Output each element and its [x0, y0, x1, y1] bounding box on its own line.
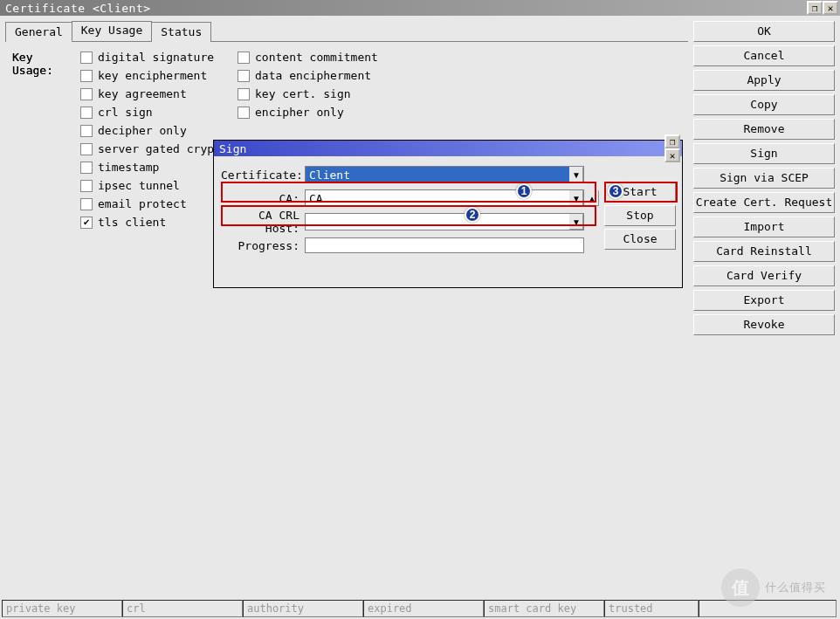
main-pane: General Key Usage Status Key Usage: digi…: [0, 16, 693, 619]
watermark-logo: 值: [721, 568, 760, 607]
chevron-down-icon[interactable]: ▼: [569, 214, 583, 230]
status-cell: smart card key: [484, 600, 604, 617]
remove-button[interactable]: Remove: [693, 119, 835, 140]
certificate-combo[interactable]: Client ▼: [305, 166, 584, 183]
certificate-label: Certificate:: [221, 169, 305, 182]
checkbox-icon[interactable]: [80, 52, 93, 64]
annotation-2: 2: [465, 207, 480, 223]
checkbox-label: data encipherment: [255, 69, 371, 82]
checkbox-icon[interactable]: [80, 143, 93, 155]
sign-via-scep-button[interactable]: Sign via SCEP: [693, 168, 835, 189]
status-cell: trusted: [604, 600, 699, 617]
stop-button[interactable]: Stop: [604, 205, 676, 226]
chevron-down-icon[interactable]: ▼: [569, 167, 583, 182]
sign-button[interactable]: Sign: [693, 143, 835, 164]
sign-restore-icon[interactable]: ❐: [664, 134, 680, 148]
checkbox-label: key agreement: [98, 87, 187, 100]
ca-combo[interactable]: CA ▼: [305, 189, 584, 207]
checkbox-label: digital signature: [98, 51, 214, 64]
restore-icon[interactable]: ❐: [807, 1, 823, 15]
checkbox-label: crl sign: [98, 106, 153, 119]
close-icon[interactable]: ✕: [823, 1, 838, 15]
checkbox-label: ipsec tunnel: [98, 179, 180, 192]
checkbox-icon[interactable]: ✔: [80, 217, 93, 229]
annotation-3: 3: [608, 183, 623, 199]
key-usage-checkbox[interactable]: key cert. sign: [238, 87, 412, 100]
key-usage-checkbox[interactable]: content commitment: [238, 51, 412, 64]
checkbox-icon[interactable]: [80, 162, 93, 174]
copy-button[interactable]: Copy: [693, 94, 835, 115]
apply-button[interactable]: Apply: [693, 70, 835, 91]
checkbox-icon[interactable]: [80, 70, 93, 82]
key-usage-checkbox[interactable]: data encipherment: [238, 69, 412, 82]
checkbox-icon[interactable]: [80, 125, 93, 137]
right-button-column: OK Cancel Apply Copy Remove Sign Sign vi…: [693, 16, 840, 619]
chevron-up-icon[interactable]: ▲: [585, 190, 599, 206]
sign-titlebar: Sign ❐ ✕: [214, 141, 682, 156]
status-cell: private key: [2, 600, 122, 617]
chevron-down-icon[interactable]: ▼: [569, 190, 583, 206]
checkbox-icon[interactable]: [80, 88, 93, 100]
key-usage-checkbox[interactable]: decipher only: [80, 124, 238, 137]
sign-body: Certificate: Client ▼ CA: CA ▼ ▲ CA CRL …: [214, 156, 682, 268]
checkbox-label: tls client: [98, 216, 166, 229]
tab-general[interactable]: General: [5, 22, 72, 42]
export-button[interactable]: Export: [693, 290, 835, 311]
import-button[interactable]: Import: [693, 217, 835, 237]
client-area: General Key Usage Status Key Usage: digi…: [0, 16, 840, 619]
key-usage-checkbox[interactable]: crl sign: [80, 106, 238, 119]
status-cell: authority: [243, 600, 363, 617]
cancel-button[interactable]: Cancel: [693, 45, 835, 66]
close-button[interactable]: Close: [604, 229, 676, 250]
certificate-value: Client: [306, 169, 569, 182]
window-title: Certificate <Client>: [2, 2, 807, 15]
progress-bar: [305, 237, 584, 253]
ca-crl-host-combo[interactable]: ▼: [305, 213, 584, 230]
checkbox-label: decipher only: [98, 124, 187, 137]
tabs: General Key Usage Status: [5, 21, 688, 42]
sign-title: Sign: [216, 142, 664, 155]
key-usage-col2: content commitmentdata enciphermentkey c…: [238, 51, 412, 119]
checkbox-icon[interactable]: [238, 88, 250, 100]
checkbox-label: server gated crypto: [98, 142, 228, 155]
checkbox-icon[interactable]: [238, 70, 250, 82]
certificate-window: Certificate <Client> ❐ ✕ General Key Usa…: [0, 0, 840, 619]
window-controls: ❐ ✕: [807, 1, 838, 15]
ok-button[interactable]: OK: [693, 21, 835, 42]
watermark-text: 什么值得买: [765, 580, 826, 595]
checkbox-icon[interactable]: [80, 198, 93, 210]
checkbox-label: timestamp: [98, 161, 159, 174]
checkbox-icon[interactable]: [238, 52, 250, 64]
checkbox-icon[interactable]: [80, 107, 93, 119]
checkbox-icon[interactable]: [238, 107, 250, 119]
sign-dialog: Sign ❐ ✕ Certificate: Client ▼ CA: CA ▼: [213, 140, 683, 288]
create-cert-request-button[interactable]: Create Cert. Request: [693, 192, 835, 213]
status-cell: expired: [363, 600, 484, 617]
key-usage-checkbox[interactable]: digital signature: [80, 51, 238, 64]
card-verify-button[interactable]: Card Verify: [693, 265, 835, 286]
checkbox-label: key encipherment: [98, 69, 207, 82]
tab-status[interactable]: Status: [151, 22, 211, 42]
progress-label: Progress:: [221, 239, 305, 252]
revoke-button[interactable]: Revoke: [693, 314, 835, 335]
status-cell: crl: [122, 600, 243, 617]
status-bar: private keycrlauthorityexpiredsmart card…: [2, 600, 838, 617]
checkbox-label: email protect: [98, 197, 187, 210]
key-usage-label: Key Usage:: [12, 51, 80, 77]
key-usage-checkbox[interactable]: key encipherment: [80, 69, 238, 82]
card-reinstall-button[interactable]: Card Reinstall: [693, 241, 835, 262]
checkbox-label: key cert. sign: [255, 87, 351, 100]
key-usage-checkbox[interactable]: key agreement: [80, 87, 238, 100]
key-usage-checkbox[interactable]: encipher only: [238, 106, 412, 119]
tab-key-usage[interactable]: Key Usage: [72, 21, 152, 41]
annotation-1: 1: [516, 183, 532, 199]
ca-label: CA:: [221, 192, 305, 205]
checkbox-label: content commitment: [255, 51, 378, 64]
main-titlebar: Certificate <Client> ❐ ✕: [0, 0, 840, 16]
watermark: 值 什么值得买: [721, 568, 826, 607]
checkbox-icon[interactable]: [80, 180, 93, 192]
ca-crl-host-label: CA CRL Host:: [221, 209, 305, 235]
checkbox-label: encipher only: [255, 106, 344, 119]
